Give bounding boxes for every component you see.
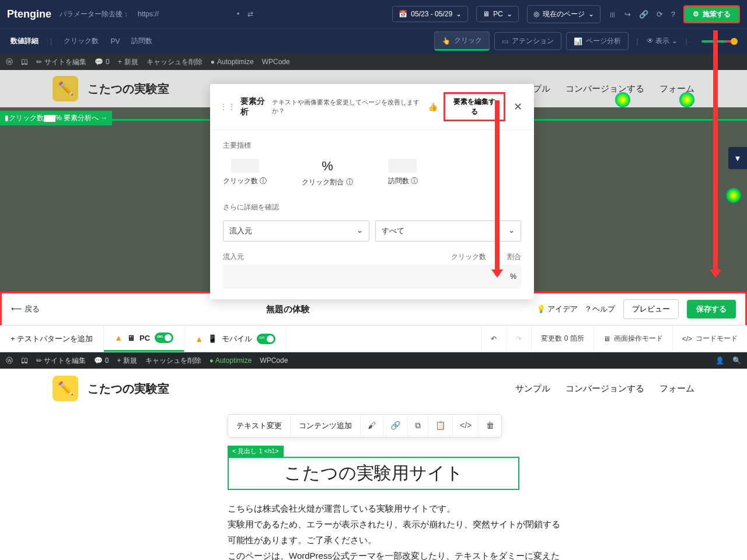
code-mode[interactable]: </> コードモード bbox=[672, 326, 747, 352]
wp-new[interactable]: + 新規 bbox=[118, 57, 138, 67]
text-change-button[interactable]: テキスト変更 bbox=[228, 415, 291, 437]
modal-title: 要素分析 bbox=[240, 96, 272, 117]
idea-link[interactable]: 💡 アイデア bbox=[536, 304, 578, 314]
tab-analysis[interactable]: 📊ページ分析 bbox=[566, 32, 629, 50]
arrow-annotation bbox=[495, 100, 500, 275]
element-analysis-modal: ⋮⋮ 要素分析 テキストや画像要素を変更してページを改善しますか？ 👍 要素を編… bbox=[210, 84, 534, 299]
canvas-nav-sample[interactable]: サンプル bbox=[515, 383, 550, 394]
editor-tabs: + テストパターンを追加 ▲🖥PC ▲📱モバイル ↶ ↷ 変更数 0 箇所 🖥 … bbox=[0, 326, 747, 352]
site-title: こたつの実験室 bbox=[88, 81, 169, 97]
table-row: % bbox=[223, 264, 521, 289]
arrow-annotation bbox=[713, 30, 718, 275]
preview-button[interactable]: プレビュー bbox=[623, 299, 679, 319]
filter-tab[interactable]: ▼ bbox=[728, 147, 747, 169]
wp-autoptimize[interactable]: ● Autoptimize bbox=[211, 58, 254, 66]
detail-label[interactable]: 数値詳細 bbox=[11, 36, 39, 46]
help-icon[interactable]: ? bbox=[671, 10, 675, 19]
undo-icon[interactable]: ↶ bbox=[481, 326, 506, 352]
wp-comments[interactable]: 💬 0 bbox=[95, 58, 110, 66]
metric-visits[interactable]: 訪問数 bbox=[131, 36, 152, 46]
canvas-site-title: こたつの実験室 bbox=[88, 381, 169, 397]
swap-icon[interactable]: ⇄ bbox=[247, 10, 253, 18]
source-select[interactable]: 流入元⌄ bbox=[223, 220, 369, 242]
metric-pv[interactable]: PV bbox=[110, 37, 120, 46]
arrow-icon[interactable]: ↪ bbox=[624, 10, 631, 19]
code-icon[interactable]: </> bbox=[453, 415, 479, 437]
change-count: 変更数 0 箇所 bbox=[531, 326, 593, 352]
gear-icon: ⚙ bbox=[693, 10, 699, 18]
add-pattern-button[interactable]: + テストパターンを追加 bbox=[0, 326, 104, 352]
detail-check-label: さらに詳細を確認 bbox=[223, 202, 521, 212]
metric-clicks[interactable]: クリック数 bbox=[64, 36, 99, 46]
page-scope[interactable]: ◎現在のページ⌄ bbox=[527, 5, 601, 23]
heatmap-preview: ⓦ🕮 ✏ サイトを編集 💬 0 + 新規 キャッシュを削除 ● Autoptim… bbox=[0, 54, 747, 292]
tab-mobile[interactable]: ▲📱モバイル bbox=[184, 326, 287, 352]
heatmap-slider[interactable] bbox=[701, 40, 736, 43]
app-topbar: Ptengine パラメーター除去後： https:// • ⇄ 📅05/23 … bbox=[0, 0, 747, 28]
content-add-button[interactable]: コンテンツ追加 bbox=[291, 415, 361, 437]
tab-pc[interactable]: ▲🖥PC bbox=[104, 326, 184, 352]
columns-icon[interactable]: ⫼ bbox=[609, 10, 616, 19]
back-button[interactable]: ⟵ 戻る bbox=[11, 304, 40, 314]
redo-icon[interactable]: ↷ bbox=[506, 326, 531, 352]
save-button[interactable]: 保存する bbox=[687, 300, 736, 318]
url-prefix: パラメーター除去後： bbox=[60, 9, 130, 19]
action-button[interactable]: ⚙施策する bbox=[683, 5, 740, 23]
element-toolbar: テキスト変更 コンテンツ追加 🖌 🔗 ⧉ 📋 </> 🗑 bbox=[228, 414, 502, 438]
calendar-icon: 📅 bbox=[399, 10, 407, 18]
logo: Ptengine bbox=[7, 8, 51, 20]
url: https:// bbox=[138, 10, 159, 18]
screen-mode[interactable]: 🖥 画面操作モード bbox=[594, 326, 672, 352]
canvas-nav-form[interactable]: フォーム bbox=[659, 383, 694, 394]
modal-question: テキストや画像要素を変更してページを改善しますか？ bbox=[272, 98, 425, 116]
link-icon[interactable]: 🔗 bbox=[639, 10, 648, 19]
click-badge[interactable]: ▮クリック数% 要素分析へ → bbox=[0, 111, 112, 125]
editor-canvas: ⓦ🕮 ✏ サイトを編集 💬 0 + 新規 キャッシュを削除 ● Autoptim… bbox=[0, 352, 747, 560]
body-paragraph[interactable]: こちらは株式会社火燵が運営している実験用サイトです。実験用であるため、エラーが表… bbox=[228, 501, 566, 560]
wp-adminbar: ⓦ🕮 ✏ サイトを編集 💬 0 + 新規 キャッシュを削除 ● Autoptim… bbox=[0, 54, 747, 70]
copy-icon[interactable]: ⧉ bbox=[408, 415, 428, 437]
selected-h1[interactable]: こたつの実験用サイト bbox=[228, 457, 519, 490]
tab-attention[interactable]: ▭アテンション bbox=[494, 32, 561, 50]
display-toggle[interactable]: 👁 表示 ⌄ bbox=[647, 36, 678, 46]
link-icon[interactable]: 🔗 bbox=[383, 415, 408, 437]
wp-edit-site[interactable]: ✏ サイトを編集 bbox=[36, 57, 86, 67]
tab-click[interactable]: 👆クリック bbox=[434, 32, 490, 51]
close-icon[interactable]: ✕ bbox=[511, 100, 525, 113]
device-select[interactable]: 🖥PC⌄ bbox=[476, 6, 519, 22]
delete-icon[interactable]: 🗑 bbox=[479, 415, 501, 437]
wp-cache[interactable]: キャッシュを削除 bbox=[146, 57, 203, 67]
target-icon: ◎ bbox=[533, 10, 539, 18]
key-metrics-label: 主要指標 bbox=[223, 141, 521, 150]
help-link[interactable]: ? ヘルプ bbox=[586, 304, 615, 314]
style-icon[interactable]: 🖌 bbox=[361, 415, 383, 437]
h1-tag-label: < 見出し 1 <h1> bbox=[228, 446, 284, 457]
canvas-site-logo: ✏️ bbox=[53, 376, 78, 401]
canvas-nav-conversion[interactable]: コンバージョンする bbox=[566, 383, 644, 394]
nav-conversion[interactable]: コンバージョンする bbox=[566, 83, 644, 94]
clipboard-icon[interactable]: 📋 bbox=[428, 415, 453, 437]
subbar: 数値詳細 | クリック数 PV 訪問数 👆クリック ▭アテンション 📊ページ分析… bbox=[0, 28, 747, 54]
wp-wpcode[interactable]: WPCode bbox=[262, 58, 290, 66]
refresh-icon[interactable]: ⟳ bbox=[657, 10, 663, 19]
monitor-icon: 🖥 bbox=[483, 10, 490, 18]
experience-title[interactable]: 無題の体験 bbox=[47, 304, 529, 315]
site-logo: ✏️ bbox=[53, 76, 78, 102]
date-range[interactable]: 📅05/23 - 05/29⌄ bbox=[392, 6, 468, 22]
